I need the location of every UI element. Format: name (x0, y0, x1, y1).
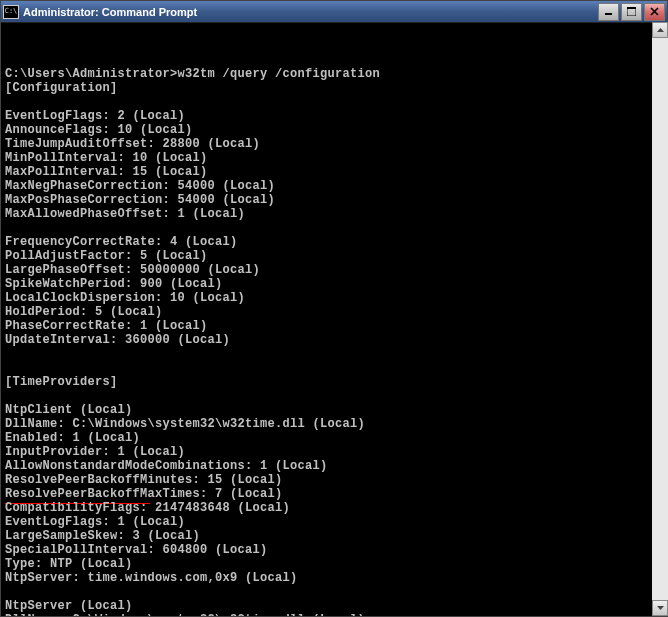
titlebar[interactable]: C:\ Administrator: Command Prompt (1, 1, 667, 23)
cmd-icon: C:\ (3, 5, 19, 19)
ntpclient-line: ResolvePeerBackoffMaxTimes: 7 (Local) (5, 487, 283, 501)
command-text: w32tm /query /configuration (178, 67, 381, 81)
config-line: PollAdjustFactor: 5 (Local) (5, 249, 208, 263)
ntpclient-line: LargeSampleSkew: 3 (Local) (5, 529, 200, 543)
terminal-area[interactable]: C:\Users\Administrator>w32tm /query /con… (1, 23, 667, 616)
close-button[interactable] (644, 3, 665, 21)
config-line: MaxNegPhaseCorrection: 54000 (Local) (5, 179, 275, 193)
ntpclient-line: AllowNonstandardModeCombinations: 1 (Loc… (5, 459, 328, 473)
ntpclient-header: NtpClient (Local) (5, 403, 133, 417)
window-controls (598, 3, 665, 21)
section-header-configuration: [Configuration] (5, 81, 118, 95)
ntpserver-line: DllName: C:\Windows\system32\w32time.dll… (5, 613, 365, 616)
config-line: UpdateInterval: 360000 (Local) (5, 333, 230, 347)
ntpclient-line: NtpServer: time.windows.com,0x9 (Local) (5, 571, 298, 585)
ntpclient-line: ResolvePeerBackoffMinutes: 15 (Local) (5, 473, 283, 487)
prompt: C:\Users\Administrator> (5, 67, 178, 81)
config-line: MaxPosPhaseCorrection: 54000 (Local) (5, 193, 275, 207)
config-line: LocalClockDispersion: 10 (Local) (5, 291, 245, 305)
config-line: AnnounceFlags: 10 (Local) (5, 123, 193, 137)
svg-rect-0 (605, 13, 612, 15)
window-title: Administrator: Command Prompt (23, 6, 598, 18)
config-line: LargePhaseOffset: 50000000 (Local) (5, 263, 260, 277)
config-line: MinPollInterval: 10 (Local) (5, 151, 208, 165)
section-header-timeproviders: [TimeProviders] (5, 375, 118, 389)
terminal-output: C:\Users\Administrator>w32tm /query /con… (5, 67, 663, 616)
ntpclient-line: EventLogFlags: 1 (Local) (5, 515, 185, 529)
minimize-button[interactable] (598, 3, 619, 21)
ntpclient-line: SpecialPollInterval: 604800 (Local) (5, 543, 268, 557)
ntpclient-line: Type: NTP (Local) (5, 557, 133, 571)
config-line: HoldPeriod: 5 (Local) (5, 305, 163, 319)
maximize-button[interactable] (621, 3, 642, 21)
ntpclient-line: InputProvider: 1 (Local) (5, 445, 185, 459)
config-line: FrequencyCorrectRate: 4 (Local) (5, 235, 238, 249)
config-line: EventLogFlags: 2 (Local) (5, 109, 185, 123)
ntpserver-header: NtpServer (Local) (5, 599, 133, 613)
config-line: TimeJumpAuditOffset: 28800 (Local) (5, 137, 260, 151)
scroll-up-button[interactable] (652, 22, 668, 38)
ntpclient-line: CompatibilityFlags: 2147483648 (Local) (5, 501, 290, 515)
config-line: MaxAllowedPhaseOffset: 1 (Local) (5, 207, 245, 221)
config-line: MaxPollInterval: 15 (Local) (5, 165, 208, 179)
config-line: PhaseCorrectRate: 1 (Local) (5, 319, 208, 333)
svg-rect-2 (627, 7, 636, 9)
ntpclient-line: DllName: C:\Windows\system32\w32time.dll… (5, 417, 365, 431)
ntpclient-line: Enabled: 1 (Local) (5, 431, 140, 445)
config-line: SpikeWatchPeriod: 900 (Local) (5, 277, 223, 291)
